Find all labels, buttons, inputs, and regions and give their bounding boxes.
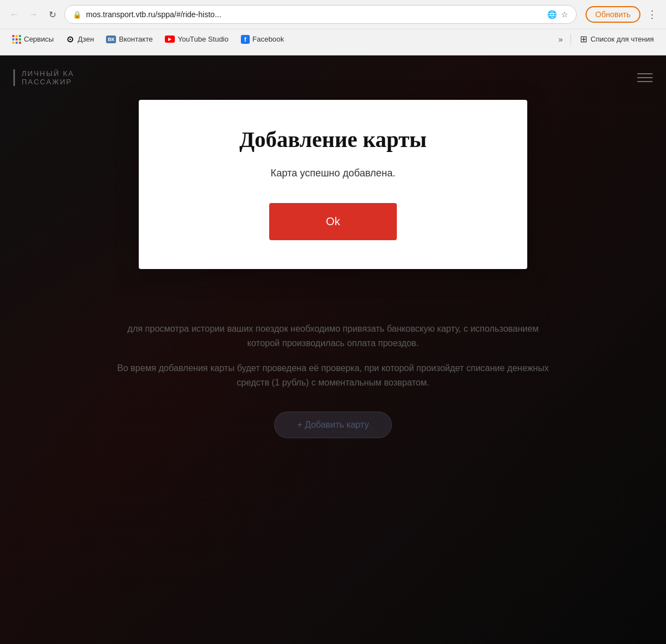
browser-menu-button[interactable]: ⋮ [645, 6, 659, 23]
translate-icon[interactable]: 🌐 [547, 10, 557, 19]
bookmarks-bar: Сервисы ⊙ Дзен ВК Вконтакте ▶ YouTube St… [0, 29, 666, 49]
reading-list-label: Список для чтения [591, 35, 654, 43]
facebook-icon: f [241, 35, 250, 44]
nav-buttons: ← → ↻ [7, 7, 60, 22]
vk-icon: ВК [106, 36, 116, 43]
bookmark-facebook[interactable]: f Facebook [235, 33, 290, 46]
browser-toolbar: ← → ↻ 🔒 mos.transport.vtb.ru/sppa/#/ride… [0, 0, 666, 29]
bookmark-youtube[interactable]: ▶ YouTube Studio [159, 33, 234, 45]
lock-icon: 🔒 [73, 11, 82, 19]
reading-list-button[interactable]: ⊞ Список для чтения [574, 32, 659, 47]
bookmark-vk[interactable]: ВК Вконтакте [100, 33, 158, 45]
facebook-label: Facebook [253, 35, 284, 43]
modal-overlay: Добавление карты Карта успешно добавлена… [0, 55, 666, 644]
bookmark-services[interactable]: Сервисы [7, 33, 59, 46]
browser-actions: Обновить ⋮ [586, 6, 659, 23]
reading-list-icon: ⊞ [580, 34, 587, 44]
dzen-label: Дзен [78, 35, 94, 43]
bookmark-star-icon[interactable]: ☆ [561, 10, 568, 19]
modal-dialog: Добавление карты Карта успешно добавлена… [139, 100, 527, 269]
vk-label: Вконтакте [119, 35, 153, 43]
reload-button[interactable]: ↻ [44, 7, 60, 22]
modal-title: Добавление карты [172, 126, 494, 153]
forward-button[interactable]: → [26, 7, 41, 22]
modal-ok-button[interactable]: Ok [269, 203, 397, 240]
browser-chrome: ← → ↻ 🔒 mos.transport.vtb.ru/sppa/#/ride… [0, 0, 666, 55]
bookmarks-separator [571, 34, 571, 45]
page-background: ЛИЧНЫЙ КА ПАССАЖИР для просмотра истории… [0, 55, 666, 644]
address-bar[interactable]: 🔒 mos.transport.vtb.ru/sppa/#/ride-histo… [64, 5, 577, 24]
services-label: Сервисы [24, 35, 54, 43]
back-button[interactable]: ← [7, 7, 22, 22]
services-grid-icon [12, 35, 21, 44]
url-text: mos.transport.vtb.ru/sppa/#/ride-histo..… [86, 10, 543, 19]
modal-message: Карта успешно добавлена. [172, 166, 494, 181]
bookmark-dzen[interactable]: ⊙ Дзен [60, 33, 99, 46]
dzen-icon: ⊙ [66, 35, 75, 44]
youtube-icon: ▶ [165, 36, 175, 43]
bookmarks-more-button[interactable]: » [554, 33, 567, 46]
update-button[interactable]: Обновить [586, 6, 640, 23]
youtube-label: YouTube Studio [178, 35, 229, 43]
